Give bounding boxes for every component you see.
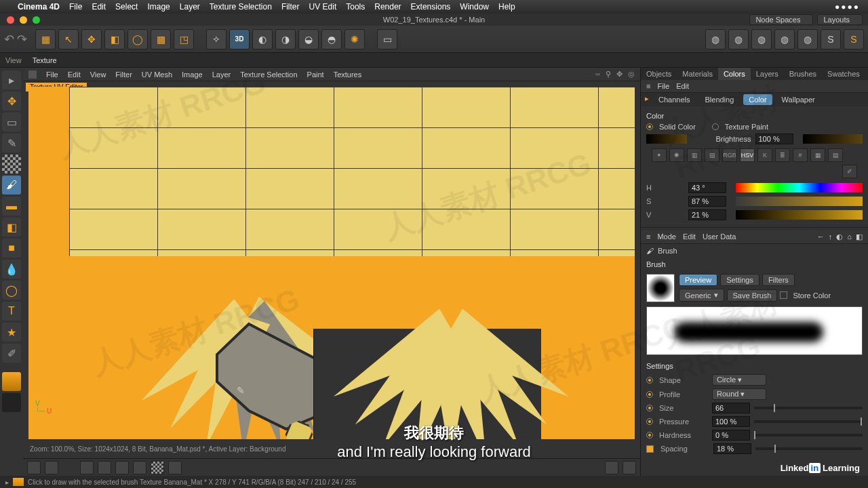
- layouts-dropdown[interactable]: Layouts: [817, 14, 863, 25]
- brush-tab-filters[interactable]: Filters: [762, 274, 795, 286]
- val-slider[interactable]: [736, 210, 863, 220]
- move-tool-icon[interactable]: ✥: [81, 29, 102, 49]
- snap-tool-icon[interactable]: ▩: [151, 29, 171, 49]
- btool-6[interactable]: [133, 461, 146, 474]
- viewport-nav-icon[interactable]: ✥: [616, 70, 623, 79]
- wizard-1-icon[interactable]: ◐: [252, 29, 273, 49]
- sub-view[interactable]: View: [90, 70, 106, 79]
- btool-3[interactable]: [80, 461, 94, 474]
- cube-4-icon[interactable]: ◍: [774, 29, 795, 49]
- paint-3d-button[interactable]: 3D: [229, 29, 250, 49]
- sub-edit[interactable]: Edit: [68, 70, 81, 79]
- drop-tool-icon[interactable]: 💧: [2, 260, 21, 279]
- menu-filter[interactable]: Filter: [281, 2, 300, 12]
- rmenu-hamburger-icon[interactable]: ≡: [646, 82, 650, 90]
- menu-image[interactable]: Image: [147, 2, 170, 12]
- mode-hsv[interactable]: HSV: [740, 148, 755, 162]
- mode-grid1-icon[interactable]: ▦: [810, 148, 825, 162]
- rtab-swatches[interactable]: Swatches: [822, 68, 865, 80]
- viewport-config-icon[interactable]: ⎃: [595, 70, 600, 79]
- cube-5-icon[interactable]: ◍: [797, 29, 818, 49]
- star-tool-icon[interactable]: ★: [2, 323, 21, 342]
- rtab-colors[interactable]: Colors: [718, 68, 751, 80]
- shape-select[interactable]: Circle ▾: [712, 374, 766, 386]
- attr-cfg1-icon[interactable]: ◐: [836, 232, 843, 241]
- redo-button[interactable]: ↷: [17, 32, 27, 47]
- subtab-arrow-icon[interactable]: ▸: [645, 94, 649, 105]
- hardness-input[interactable]: [712, 430, 750, 441]
- select-tool-icon[interactable]: ▦: [35, 29, 56, 49]
- subtab-color[interactable]: Color: [743, 94, 772, 105]
- stamp-tool-icon[interactable]: ▬: [2, 197, 21, 216]
- menu-help[interactable]: Help: [498, 2, 515, 12]
- attr-mode[interactable]: Mode: [657, 232, 676, 241]
- spacing-checkbox[interactable]: [646, 445, 654, 453]
- size-input[interactable]: [712, 403, 750, 413]
- fill-square-tool-icon[interactable]: ■: [2, 239, 21, 258]
- wizard-4-icon[interactable]: ◓: [321, 29, 342, 49]
- rmenu-file[interactable]: File: [657, 82, 669, 90]
- subtab-blending[interactable]: Blending: [699, 94, 739, 105]
- sub-layer[interactable]: Layer: [212, 70, 231, 79]
- menu-texture-selection[interactable]: Texture Selection: [210, 2, 272, 12]
- spacing-input[interactable]: [713, 443, 751, 454]
- mode-list-icon[interactable]: ≣: [775, 148, 790, 162]
- btool-8[interactable]: [605, 461, 618, 474]
- store-color-checkbox[interactable]: [780, 291, 787, 299]
- attr-userdata[interactable]: User Data: [703, 232, 736, 241]
- gear-icon[interactable]: ✺: [344, 29, 365, 49]
- checker-tool-icon[interactable]: [2, 155, 21, 174]
- mode-grid2-icon[interactable]: ▤: [828, 148, 843, 162]
- rtab-brushes[interactable]: Brushes: [784, 68, 822, 80]
- color-swatch-bg[interactable]: [2, 393, 21, 412]
- scale-tool-icon[interactable]: ◧: [104, 29, 125, 49]
- btool-1[interactable]: [27, 461, 41, 474]
- attr-cfg3-icon[interactable]: ◧: [856, 232, 863, 241]
- close-window-button[interactable]: [7, 16, 14, 24]
- btool-9[interactable]: [623, 461, 636, 474]
- solid-color-radio[interactable]: [646, 123, 653, 130]
- attr-up-icon[interactable]: ↑: [829, 232, 833, 241]
- menu-uv-edit[interactable]: UV Edit: [309, 2, 337, 12]
- arrow-tool-icon[interactable]: ▸: [2, 70, 21, 89]
- menu-render[interactable]: Render: [374, 2, 401, 12]
- brightness-input[interactable]: [755, 134, 793, 144]
- s-input[interactable]: [688, 196, 726, 207]
- rotate-tool-icon[interactable]: ◯: [127, 29, 148, 49]
- node-spaces-dropdown[interactable]: Node Spaces: [749, 14, 813, 25]
- picker-2-icon[interactable]: ✺: [669, 148, 684, 162]
- mode-hash[interactable]: #: [793, 148, 808, 162]
- sub-paint[interactable]: Paint: [307, 70, 324, 79]
- sub-filter[interactable]: Filter: [115, 70, 132, 79]
- hue-slider[interactable]: [736, 183, 863, 192]
- v-input[interactable]: [688, 209, 726, 220]
- btool-7[interactable]: [168, 461, 182, 474]
- btool-4[interactable]: [98, 461, 111, 474]
- selection-mode-icon[interactable]: ✧: [206, 29, 226, 49]
- save-brush-button[interactable]: Save Brush: [727, 289, 778, 302]
- spacing-slider[interactable]: [755, 447, 863, 450]
- viewport-rot-icon[interactable]: ◎: [628, 70, 635, 79]
- zoom-window-button[interactable]: [33, 16, 40, 24]
- move-left-tool-icon[interactable]: ✥: [2, 92, 21, 110]
- profile-select[interactable]: Round ▾: [712, 388, 766, 400]
- sub-image[interactable]: Image: [182, 70, 203, 79]
- menu-tools[interactable]: Tools: [346, 2, 365, 12]
- attr-hamburger-icon[interactable]: ≡: [646, 232, 650, 241]
- minimize-window-button[interactable]: [20, 16, 27, 24]
- rtab-materials[interactable]: Materials: [677, 68, 718, 80]
- undo-button[interactable]: ↶: [4, 32, 14, 47]
- sub-uvmesh[interactable]: UV Mesh: [142, 70, 172, 79]
- brush-tab-preview[interactable]: Preview: [679, 274, 717, 286]
- menu-edit[interactable]: Edit: [92, 2, 106, 12]
- shelf-1-icon[interactable]: ▭: [377, 29, 397, 49]
- picker-1-icon[interactable]: ✦: [652, 148, 667, 162]
- s-icon-1[interactable]: S: [821, 29, 841, 49]
- btool-checker[interactable]: [151, 461, 164, 474]
- brush-generic-dropdown[interactable]: Generic ▾: [679, 289, 724, 302]
- hardness-slider[interactable]: [754, 434, 863, 436]
- text-tool-icon[interactable]: T: [2, 302, 21, 321]
- rect-select-tool-icon[interactable]: ▭: [2, 113, 21, 131]
- sub-file[interactable]: File: [46, 70, 58, 79]
- eyedropper-icon[interactable]: ✐: [842, 165, 857, 178]
